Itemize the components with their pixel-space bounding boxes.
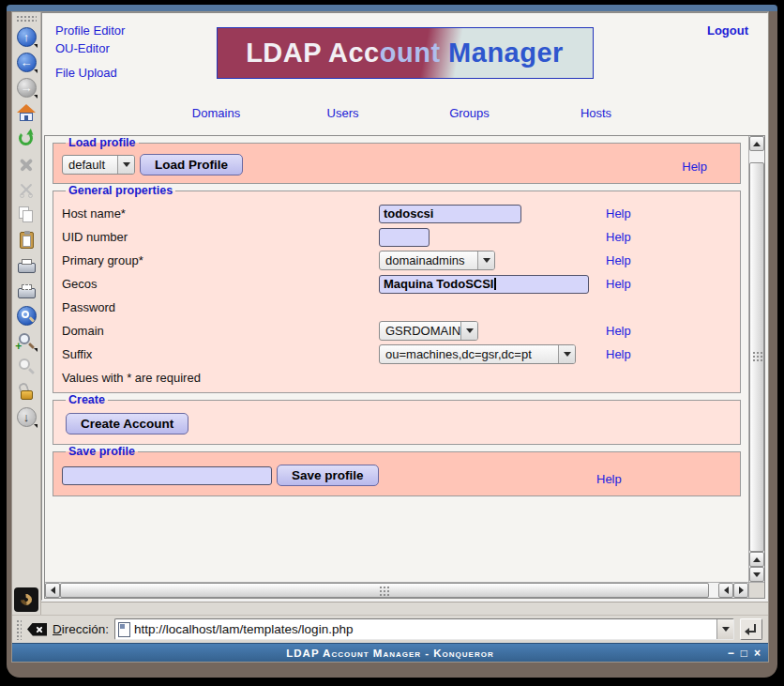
save-profile-input[interactable] — [62, 466, 272, 485]
ou-editor-link[interactable]: OU-Editor — [55, 41, 125, 55]
scroll-down-button[interactable]: ↓ — [14, 404, 39, 430]
vertical-scrollbar[interactable] — [748, 136, 764, 582]
print-icon — [18, 263, 36, 273]
location-input[interactable]: http://localhost/lam/templates/login.php — [114, 618, 734, 640]
create-section: Create Create Account — [53, 393, 741, 445]
back-button[interactable]: ← — [14, 50, 39, 75]
profile-select[interactable]: default — [62, 155, 135, 175]
chevron-down-icon — [34, 348, 38, 352]
find-button[interactable] — [14, 303, 39, 328]
host-name-help-link[interactable]: Help — [606, 206, 631, 221]
zoom-out-button[interactable] — [14, 354, 39, 379]
horizontal-scrollbar[interactable] — [45, 582, 748, 598]
profile-select-value: default — [63, 158, 117, 172]
primary-group-label: Primary group* — [62, 253, 143, 267]
chevron-down-icon — [34, 95, 38, 99]
load-profile-section: Load profile default Load Profile Help — [53, 136, 741, 184]
zoom-in-button[interactable]: + — [14, 328, 39, 354]
main-toolbar: ↑ ← → — [12, 12, 41, 615]
security-button[interactable] — [14, 379, 39, 404]
domain-value: GSRDOMAIN — [380, 324, 460, 338]
logout-link[interactable]: Logout — [707, 23, 748, 38]
uid-number-label: UID number — [62, 230, 128, 244]
security-icon — [17, 383, 36, 402]
close-button[interactable]: × — [754, 648, 761, 659]
forward-button[interactable]: → — [14, 75, 39, 100]
clear-location-button[interactable] — [27, 623, 47, 636]
uid-number-help-link[interactable]: Help — [606, 230, 631, 244]
primary-group-value: domainadmins — [380, 253, 477, 267]
cut-button[interactable] — [14, 176, 39, 202]
nav-groups[interactable]: Groups — [406, 106, 533, 120]
uid-number-input[interactable] — [379, 228, 430, 247]
home-button[interactable] — [14, 100, 39, 126]
nav-domains[interactable]: Domains — [153, 106, 279, 120]
scroll-left-button[interactable] — [45, 583, 60, 598]
up-button[interactable]: ↑ — [14, 24, 39, 50]
scroll-left-button-right[interactable] — [718, 583, 733, 598]
suffix-help-link[interactable]: Help — [606, 347, 631, 361]
password-label: Password — [62, 300, 115, 314]
file-upload-link[interactable]: File Upload — [55, 66, 125, 80]
scroll-up-button-bottom[interactable] — [749, 552, 764, 567]
host-name-input[interactable]: todoscsi — [379, 205, 521, 223]
reload-icon — [19, 131, 34, 146]
find-icon — [17, 306, 37, 326]
gecos-help-link[interactable]: Help — [606, 277, 631, 291]
nav-hosts[interactable]: Hosts — [533, 106, 659, 120]
print-frame-icon — [18, 288, 36, 298]
toolbar-drag-handle[interactable] — [16, 15, 37, 22]
suffix-select[interactable]: ou=machines,dc=gsr,dc=pt — [379, 344, 576, 364]
horizontal-scroll-thumb[interactable] — [60, 583, 709, 598]
lam-logo: LDAP Account Manager — [217, 27, 594, 79]
create-account-button[interactable]: Create Account — [66, 413, 188, 434]
gecos-value: Maquina TodoSCSI — [384, 277, 493, 291]
toolbar-drag-handle[interactable] — [16, 619, 22, 640]
copy-button[interactable] — [14, 202, 39, 227]
minimize-button[interactable]: − — [728, 648, 734, 659]
nav-bar: Domains Users Groups Hosts — [153, 106, 659, 120]
home-icon — [16, 104, 37, 123]
scroll-right-button[interactable] — [733, 583, 748, 598]
domain-select[interactable]: GSRDOMAIN — [379, 321, 478, 341]
arrow-left-icon — [724, 587, 729, 594]
save-profile-button[interactable]: Save profile — [277, 465, 379, 486]
stop-button[interactable] — [14, 151, 39, 176]
scroll-track[interactable] — [749, 151, 764, 162]
scrollbar-corner — [748, 582, 764, 598]
chevron-down-icon — [722, 627, 730, 632]
print-button[interactable] — [14, 252, 39, 278]
arrow-up-icon — [753, 557, 761, 562]
chevron-down-icon — [34, 69, 38, 73]
save-profile-legend: Save profile — [66, 445, 138, 458]
general-properties-legend: General properties — [66, 184, 175, 197]
gecos-input[interactable]: Maquina TodoSCSI — [379, 275, 589, 294]
paste-button[interactable] — [14, 227, 39, 252]
gecos-label: Gecos — [62, 277, 98, 291]
domain-help-link[interactable]: Help — [606, 324, 631, 338]
load-profile-button[interactable]: Load Profile — [140, 154, 243, 175]
primary-group-select[interactable]: domainadmins — [379, 251, 495, 270]
scroll-up-button[interactable] — [749, 136, 764, 151]
go-button[interactable] — [740, 618, 762, 640]
maximize-button[interactable]: □ — [741, 648, 747, 659]
content-frame: Load profile default Load Profile Help G… — [44, 135, 765, 599]
arrow-right-icon — [739, 587, 744, 594]
load-profile-help-link[interactable]: Help — [682, 160, 707, 174]
logo-text-left: LDAP Acc — [246, 38, 380, 69]
vertical-scroll-thumb[interactable] — [749, 162, 764, 552]
print-frame-button[interactable] — [14, 278, 39, 303]
logo-text-mid: ount — [380, 38, 441, 69]
save-profile-help-link[interactable]: Help — [596, 472, 622, 486]
konqueror-window: ↑ ← → — [7, 5, 777, 678]
chevron-down-icon — [558, 345, 575, 363]
host-name-label: Host name* — [62, 206, 126, 221]
primary-group-help-link[interactable]: Help — [606, 253, 631, 267]
profile-editor-link[interactable]: Profile Editor — [55, 23, 125, 38]
reload-button[interactable] — [14, 126, 39, 151]
location-dropdown-button[interactable] — [716, 619, 733, 639]
window-titlebar[interactable]: LDAP Account Manager - Konqueror − □ × — [12, 643, 768, 662]
nav-users[interactable]: Users — [279, 106, 406, 120]
scroll-down-button-bottom[interactable] — [749, 567, 764, 582]
scroll-track[interactable] — [709, 583, 718, 598]
